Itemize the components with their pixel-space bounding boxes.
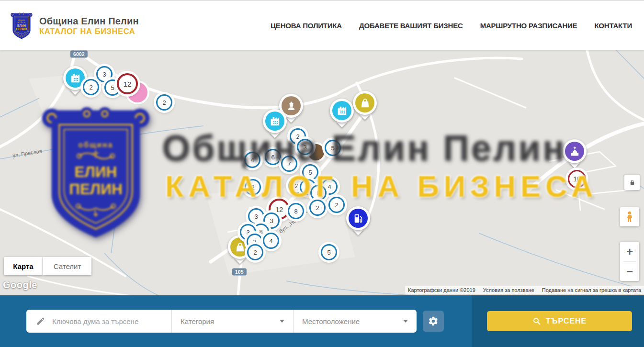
chevron-down-icon <box>403 320 408 323</box>
cluster-marker[interactable]: 4 <box>263 233 279 249</box>
cluster-marker[interactable]: 4 <box>244 152 260 168</box>
cluster-marker[interactable]: 7 <box>281 156 297 172</box>
zoom-in-button[interactable]: + <box>620 242 639 261</box>
cluster-marker[interactable]: 6 <box>265 149 281 165</box>
search-bar: Категория Местоположение ТЪРСЕНЕ <box>0 295 644 347</box>
pencil-icon <box>36 316 45 326</box>
category-pin-church[interactable] <box>563 139 587 163</box>
map-type-map-button[interactable]: Карта <box>4 257 43 275</box>
attribution-data: Картографски данни ©2019 <box>408 287 475 293</box>
cluster-marker[interactable]: 8 <box>288 203 304 219</box>
pegman-button[interactable] <box>620 207 639 226</box>
factory-icon <box>332 101 351 120</box>
cluster-marker[interactable]: 3 <box>297 139 313 155</box>
factory-icon <box>265 112 284 131</box>
nav-add-business[interactable]: ДОБАВЕТЕ ВАШИЯТ БИЗНЕС <box>359 22 463 30</box>
cluster-marker[interactable]: 2 <box>328 197 345 213</box>
zoom-control: + − <box>620 242 639 281</box>
cluster-marker[interactable]: 2 <box>156 94 172 111</box>
category-select-label: Категория <box>181 317 280 325</box>
header: Община Елин Пелин КАТАЛОГ НА БИЗНЕСА ЦЕН… <box>0 0 644 50</box>
keyword-input[interactable] <box>51 317 171 326</box>
cluster-marker[interactable]: 2 <box>245 179 261 195</box>
search-button[interactable]: ТЪРСЕНЕ <box>487 311 632 331</box>
cluster-marker[interactable]: 2 <box>83 79 99 95</box>
brand[interactable]: Община Елин Пелин КАТАЛОГ НА БИЗНЕСА <box>11 12 139 40</box>
location-select-label: Местоположение <box>302 317 403 325</box>
main-nav: ЦЕНОВА ПОЛИТИКА ДОБАВЕТЕ ВАШИЯТ БИЗНЕС М… <box>271 22 632 30</box>
cluster-marker[interactable]: 2 <box>309 200 326 216</box>
cluster-marker[interactable]: 5 <box>321 244 337 260</box>
lock-icon <box>629 179 636 186</box>
map-attribution: Картографски данни ©2019 Условия за полз… <box>405 286 644 294</box>
map-type-satellite-button[interactable]: Сателит <box>43 257 91 275</box>
fuel-icon <box>349 209 368 228</box>
category-pin-factory[interactable] <box>263 109 287 133</box>
search-button-label: ТЪРСЕНЕ <box>546 317 587 325</box>
brand-title: Община Елин Пелин <box>39 16 139 27</box>
lock-button[interactable] <box>624 175 640 190</box>
factory-icon <box>66 68 85 88</box>
cluster-marker[interactable]: 3 <box>248 208 264 224</box>
category-pin-bag[interactable] <box>353 91 377 115</box>
search-fields: Категория Местоположение <box>26 310 417 333</box>
nav-route-schedule[interactable]: МАРШРУТНО РАЗПИСАНИЕ <box>480 22 577 30</box>
municipality-logo <box>11 12 33 40</box>
map-canvas[interactable]: 325122235647522748128223383342510 Община… <box>0 50 644 295</box>
cluster-marker[interactable]: 12 <box>117 73 138 94</box>
search-icon <box>532 317 541 325</box>
gear-icon <box>428 316 439 326</box>
pegman-icon <box>623 211 636 223</box>
cluster-marker[interactable]: 2 <box>247 244 263 260</box>
keyword-field[interactable] <box>26 310 171 333</box>
nav-pricing-policy[interactable]: ЦЕНОВА ПОЛИТИКА <box>271 22 342 30</box>
nav-contacts[interactable]: КОНТАКТИ <box>594 22 632 30</box>
category-pin-factory[interactable] <box>330 99 354 123</box>
cluster-marker[interactable]: 8 <box>310 185 327 201</box>
brand-subtitle: КАТАЛОГ НА БИЗНЕСА <box>39 27 139 36</box>
chevron-down-icon <box>280 320 284 323</box>
marker-layer: 325122235647522748128223383342510 <box>0 50 644 295</box>
category-pin-fuel[interactable] <box>346 206 370 230</box>
attribution-terms-link[interactable]: Условия за ползване <box>483 287 534 293</box>
location-select[interactable]: Местоположение <box>293 310 417 333</box>
zoom-out-button[interactable]: − <box>620 262 639 281</box>
cluster-marker[interactable]: 10 <box>568 170 586 188</box>
church-icon <box>565 142 584 161</box>
advanced-settings-button[interactable] <box>423 311 444 332</box>
map-type-switcher: Карта Сателит <box>4 257 91 275</box>
google-logo[interactable]: Google <box>3 280 37 291</box>
page: Община Елин Пелин КАТАЛОГ НА БИЗНЕСА ЦЕН… <box>0 0 644 347</box>
bag-icon <box>355 93 374 112</box>
category-select[interactable]: Категория <box>171 310 293 333</box>
cluster-marker[interactable]: 5 <box>325 140 341 156</box>
attribution-report-link[interactable]: Подаване на сигнал за грешка в картата <box>542 287 641 293</box>
cluster-marker[interactable]: 5 <box>302 164 318 180</box>
brand-text: Община Елин Пелин КАТАЛОГ НА БИЗНЕСА <box>39 16 139 36</box>
